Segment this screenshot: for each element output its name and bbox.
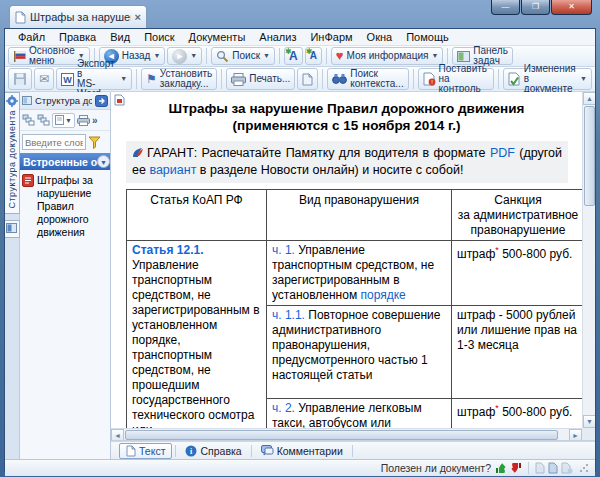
vertical-scroll-thumb[interactable] bbox=[584, 106, 595, 206]
panel-icon bbox=[457, 51, 470, 62]
menubar: Файл Правка Вид Поиск Документы Анализ И… bbox=[5, 29, 595, 46]
table-header-row: Статья КоАП РФ Вид правонарушения Санкци… bbox=[127, 190, 583, 241]
forward-button[interactable]: ► ▼ bbox=[167, 47, 202, 65]
tab-comments[interactable]: Комментарии bbox=[255, 444, 349, 458]
horizontal-scroll-thumb[interactable] bbox=[125, 430, 558, 440]
search-button[interactable]: Поиск ▼ bbox=[211, 47, 275, 65]
save-button[interactable] bbox=[8, 68, 32, 90]
poryadke-link[interactable]: порядке bbox=[361, 288, 406, 302]
tab-close-icon[interactable]: × bbox=[135, 11, 141, 23]
printer-icon bbox=[231, 73, 246, 86]
chevron-down-icon: ▼ bbox=[431, 51, 438, 61]
sanction-cell: штраф* 500-800 руб. bbox=[452, 241, 583, 306]
context-search-button[interactable]: Поиск контекста... bbox=[327, 68, 408, 90]
vertical-tab-structure[interactable]: Структура документа bbox=[5, 92, 20, 214]
app-window: Штрафы за нарушение... × — ❐ ✕ Файл Прав… bbox=[0, 0, 600, 477]
article-12-1-link[interactable]: Статья 12.1. bbox=[132, 243, 204, 257]
header-sanction: Санкция за административное правонарушен… bbox=[452, 190, 583, 241]
document-tab[interactable]: Штрафы за нарушение... × bbox=[9, 5, 147, 28]
document-changes-button[interactable]: Изменения в документе ▼ bbox=[503, 68, 592, 90]
thumb-down-icon[interactable] bbox=[510, 462, 522, 474]
export-document-icon[interactable] bbox=[561, 462, 573, 474]
sidebar-search bbox=[20, 131, 110, 153]
document-check-icon bbox=[508, 72, 521, 86]
font-increase-button[interactable]: ✱A bbox=[284, 47, 303, 65]
menu-view[interactable]: Вид bbox=[103, 31, 137, 43]
violation-cell: ч. 1.1. Повторное совершение администрат… bbox=[267, 306, 452, 399]
minimize-button[interactable]: — bbox=[491, 0, 520, 15]
resize-grip[interactable] bbox=[579, 463, 589, 473]
garant-doc-icon bbox=[22, 174, 34, 239]
close-button[interactable]: ✕ bbox=[551, 0, 592, 15]
thumb-up-icon[interactable] bbox=[495, 462, 507, 474]
menu-windows[interactable]: Окна bbox=[360, 31, 400, 43]
scroll-left-icon[interactable]: ◄ bbox=[111, 429, 124, 441]
my-information-button[interactable]: ♥ Моя информация ▼ bbox=[331, 47, 443, 65]
header-article: Статья КоАП РФ bbox=[127, 190, 267, 241]
pdf-link[interactable]: PDF bbox=[490, 146, 515, 160]
collapse-tree-icon[interactable] bbox=[37, 114, 50, 126]
svg-text:W: W bbox=[63, 75, 72, 85]
toolbar-overflow-icon[interactable]: » bbox=[92, 115, 98, 126]
vertical-tab-strip: Структура документа bbox=[5, 92, 20, 459]
print-preview-button[interactable] bbox=[297, 68, 318, 90]
binoculars-icon bbox=[332, 73, 347, 85]
panel-icon bbox=[6, 223, 17, 233]
menu-search[interactable]: Поиск bbox=[137, 31, 181, 43]
toc-tree-item[interactable]: Штрафы за нарушение Правил дорожного дви… bbox=[20, 170, 110, 243]
structure-search-input[interactable] bbox=[22, 134, 86, 150]
chevron-down-icon[interactable]: ▼ bbox=[97, 155, 110, 168]
save-document-icon[interactable] bbox=[535, 462, 545, 474]
document-bottom-tabs: Текст i Справка Комментарии bbox=[111, 441, 595, 459]
font-decrease-button[interactable]: ✱A bbox=[305, 47, 322, 65]
page-icon bbox=[302, 73, 313, 86]
tab-text[interactable]: Текст bbox=[119, 443, 172, 459]
fines-table: Статья КоАП РФ Вид правонарушения Санкци… bbox=[126, 189, 582, 428]
sanction-cell: штраф* 500-800 руб. bbox=[452, 399, 583, 429]
expand-tree-icon[interactable] bbox=[22, 114, 35, 126]
document-alert-icon: ! bbox=[423, 72, 436, 86]
copy-document-icon[interactable] bbox=[548, 462, 558, 474]
search-icon bbox=[216, 50, 229, 63]
gear-icon bbox=[6, 95, 18, 107]
info-circle-icon: i bbox=[185, 445, 197, 457]
russia-flag-icon bbox=[13, 51, 26, 62]
scroll-right-icon[interactable]: ► bbox=[569, 429, 582, 441]
maximize-button[interactable]: ❐ bbox=[521, 0, 550, 15]
set-bookmark-button[interactable]: ⚑ Установить закладку... bbox=[141, 68, 217, 90]
put-on-control-button[interactable]: ! Поставить на контроль bbox=[418, 68, 494, 90]
violation-cell: ч. 2. Управление легковым такси, автобус… bbox=[267, 399, 452, 429]
filter-icon[interactable] bbox=[88, 136, 101, 149]
menu-edit[interactable]: Правка bbox=[52, 31, 103, 43]
document-title: Штрафы за нарушение Правил дорожного дви… bbox=[131, 100, 562, 134]
header-violation: Вид правонарушения bbox=[267, 190, 452, 241]
structure-view-dropdown[interactable]: ▼ bbox=[52, 113, 75, 128]
menu-analysis[interactable]: Анализ bbox=[252, 31, 303, 43]
dock-panel-icon[interactable] bbox=[95, 95, 108, 107]
export-word-button[interactable]: W Экспорт в MS-Word ▼ bbox=[56, 68, 132, 90]
scroll-down-icon[interactable]: ▼ bbox=[583, 415, 595, 428]
menu-documents[interactable]: Документы bbox=[182, 31, 253, 43]
chevron-down-icon: ▼ bbox=[65, 117, 72, 124]
document-view: Штрафы за нарушение Правил дорожного дви… bbox=[111, 92, 595, 441]
text-page-icon bbox=[126, 445, 136, 457]
send-mail-button[interactable]: ✉ bbox=[34, 68, 54, 90]
comments-icon bbox=[261, 445, 274, 457]
violation-cell: ч. 1. Управление транспортным средством,… bbox=[267, 241, 452, 306]
printer-icon[interactable] bbox=[77, 115, 90, 126]
tab-reference[interactable]: i Справка bbox=[179, 444, 247, 458]
horizontal-scrollbar[interactable]: ◄ ► bbox=[111, 428, 582, 440]
builtin-toc-header[interactable]: Встроенные о ▼ bbox=[20, 153, 110, 170]
article-cell: Статья 12.1. Управление транспортным сре… bbox=[127, 241, 267, 429]
menu-help[interactable]: Помощь bbox=[399, 31, 456, 43]
vertical-tab-secondary[interactable] bbox=[5, 220, 20, 238]
vertical-scrollbar[interactable]: ▲ ▼ bbox=[582, 92, 595, 428]
sidebar-header: Структура докуме... bbox=[20, 92, 110, 110]
print-button[interactable]: Печать... bbox=[226, 68, 295, 90]
variant-link[interactable]: вариант bbox=[149, 163, 196, 177]
scroll-up-icon[interactable]: ▲ bbox=[583, 92, 595, 105]
document-useful-question: Полезен ли документ? bbox=[381, 462, 491, 474]
menu-inpharm[interactable]: ИнФарм bbox=[303, 31, 359, 43]
sidebar-title: Структура докуме... bbox=[35, 95, 92, 106]
menu-file[interactable]: Файл bbox=[11, 31, 52, 43]
